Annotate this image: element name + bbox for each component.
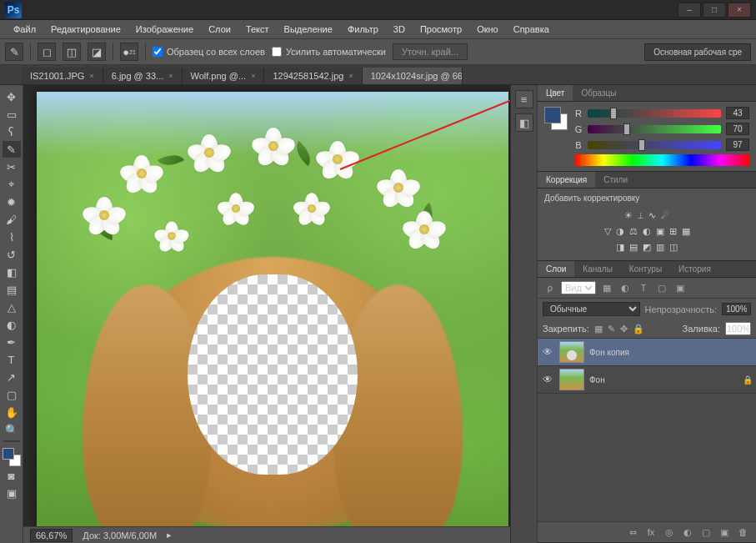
filter-adjust-icon[interactable]: ◐: [618, 281, 633, 294]
slider-g[interactable]: [588, 125, 721, 133]
tab-adjustments[interactable]: Коррекция: [538, 172, 595, 188]
sample-all-layers-checkbox[interactable]: Образец со всех слоев: [153, 47, 265, 57]
history-brush-tool[interactable]: ↺: [3, 246, 21, 263]
filter-type-icon[interactable]: T: [636, 281, 651, 294]
menu-type[interactable]: Текст: [239, 23, 276, 36]
crop-tool[interactable]: ✂: [3, 158, 21, 175]
document-tab[interactable]: IS21001.JPG×: [22, 68, 103, 84]
add-selection-icon[interactable]: ◫: [63, 43, 81, 61]
lock-all-icon[interactable]: 🔒: [633, 324, 644, 334]
photo-filter-icon[interactable]: ▣: [656, 226, 664, 237]
layer-thumbnail[interactable]: [559, 369, 584, 390]
selective-color-icon[interactable]: ◫: [669, 242, 678, 253]
value-r[interactable]: 43: [726, 107, 749, 119]
layer-row[interactable]: 👁 Фон 🔒: [538, 366, 756, 394]
quickmask-tool[interactable]: ◙: [3, 467, 21, 484]
opacity-input[interactable]: [722, 303, 751, 315]
invert-icon[interactable]: ◨: [616, 242, 624, 253]
menu-filter[interactable]: Фильтр: [341, 23, 385, 36]
visibility-icon[interactable]: 👁: [541, 374, 554, 385]
lock-position-icon[interactable]: ✥: [620, 324, 628, 334]
posterize-icon[interactable]: ▤: [629, 242, 638, 253]
filter-smart-icon[interactable]: ▣: [673, 281, 688, 294]
color-lookup-icon[interactable]: ▦: [682, 226, 690, 237]
shape-tool[interactable]: ▢: [3, 386, 21, 403]
blur-tool[interactable]: △: [3, 299, 21, 315]
slider-b[interactable]: [588, 141, 721, 149]
layer-fx-icon[interactable]: fx: [643, 525, 659, 539]
type-tool[interactable]: T: [3, 351, 21, 368]
value-b[interactable]: 97: [726, 138, 749, 151]
gradient-tool[interactable]: ▤: [3, 281, 21, 298]
new-layer-icon[interactable]: ▣: [716, 525, 733, 539]
menu-file[interactable]: Файл: [7, 23, 43, 36]
minimize-button[interactable]: –: [678, 3, 701, 18]
lasso-tool[interactable]: ʕ: [3, 123, 21, 140]
exposure-icon[interactable]: ☄: [661, 210, 669, 221]
subtract-selection-icon[interactable]: ◪: [88, 43, 106, 61]
dodge-tool[interactable]: ◐: [3, 316, 21, 333]
blend-mode-select[interactable]: Обычные: [543, 302, 640, 316]
screenmode-tool[interactable]: ▣: [3, 485, 21, 501]
spectrum-bar[interactable]: [574, 154, 749, 166]
search-icon[interactable]: ρ: [543, 281, 558, 294]
tool-preset-icon[interactable]: ✎: [5, 43, 23, 61]
tab-history[interactable]: История: [670, 261, 719, 277]
refine-edge-button[interactable]: Уточн. край...: [393, 43, 468, 60]
document-tab[interactable]: 12942581542.jpg×: [264, 68, 362, 84]
foreground-color[interactable]: [3, 448, 14, 460]
layer-name[interactable]: Фон копия: [589, 348, 753, 357]
threshold-icon[interactable]: ◩: [643, 242, 651, 253]
filter-pixel-icon[interactable]: ▦: [599, 281, 614, 294]
zoom-field[interactable]: 66,67%: [30, 529, 73, 542]
new-selection-icon[interactable]: ◻: [38, 43, 56, 61]
slider-r[interactable]: [588, 109, 721, 118]
menu-layer[interactable]: Слои: [202, 23, 238, 36]
move-tool[interactable]: ✥: [3, 88, 21, 105]
close-icon[interactable]: ×: [251, 72, 255, 80]
bw-icon[interactable]: ◐: [643, 226, 651, 237]
new-adjustment-icon[interactable]: ◐: [679, 525, 696, 539]
menu-image[interactable]: Изображение: [129, 23, 200, 36]
close-icon[interactable]: ×: [168, 72, 173, 80]
chevron-right-icon[interactable]: ▸: [167, 530, 172, 540]
zoom-tool[interactable]: 🔍: [3, 421, 21, 438]
new-group-icon[interactable]: ▢: [698, 525, 714, 539]
close-button[interactable]: ×: [728, 3, 751, 18]
fill-input[interactable]: [725, 322, 751, 335]
menu-edit[interactable]: Редактирование: [44, 23, 128, 36]
document-canvas[interactable]: [37, 92, 508, 526]
layer-row[interactable]: 👁 Фон копия: [538, 339, 756, 366]
properties-panel-icon[interactable]: ◧: [515, 113, 533, 132]
history-panel-icon[interactable]: ≡: [515, 90, 533, 108]
menu-select[interactable]: Выделение: [278, 23, 339, 36]
path-tool[interactable]: ↗: [3, 369, 21, 385]
tab-paths[interactable]: Контуры: [621, 261, 670, 277]
auto-enhance-checkbox[interactable]: Усилить автоматически: [272, 47, 386, 57]
hand-tool[interactable]: ✋: [3, 404, 21, 420]
value-g[interactable]: 70: [726, 123, 749, 135]
visibility-icon[interactable]: 👁: [541, 346, 554, 358]
curves-icon[interactable]: ∿: [648, 210, 656, 221]
lock-pixels-icon[interactable]: ✎: [608, 324, 615, 334]
filter-shape-icon[interactable]: ▢: [654, 281, 669, 294]
menu-view[interactable]: Просмотр: [413, 23, 468, 36]
document-tab-active[interactable]: 1024x1024sr.jpg @ 66,7% (Фон копия, RGB/…: [363, 68, 463, 84]
brush-preset-icon[interactable]: ●21: [120, 43, 138, 61]
tab-swatches[interactable]: Образцы: [573, 85, 624, 101]
brightness-icon[interactable]: ☀: [624, 210, 633, 221]
layer-filter-select[interactable]: Вид: [561, 281, 596, 294]
hue-icon[interactable]: ◑: [616, 226, 624, 237]
workspace-switcher[interactable]: Основная рабочая сре: [644, 43, 751, 61]
quick-selection-tool[interactable]: ✎: [3, 141, 21, 158]
pen-tool[interactable]: ✒: [3, 334, 21, 350]
document-tab[interactable]: 6.jpg @ 33...×: [103, 68, 183, 84]
close-icon[interactable]: ×: [89, 72, 93, 80]
vibrance-icon[interactable]: ▽: [604, 226, 611, 237]
layer-mask-icon[interactable]: ◎: [661, 525, 678, 539]
brush-tool[interactable]: 🖌: [3, 211, 21, 228]
menu-3d[interactable]: 3D: [387, 23, 412, 36]
healing-tool[interactable]: ✹: [3, 194, 21, 210]
panel-color-swatch[interactable]: [544, 107, 568, 130]
color-balance-icon[interactable]: ⚖: [629, 226, 638, 237]
